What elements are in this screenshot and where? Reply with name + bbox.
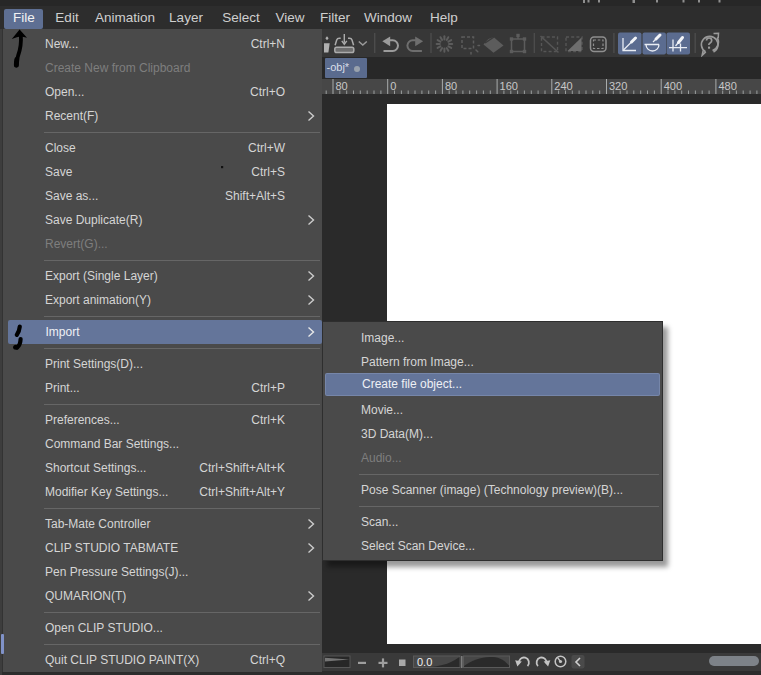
svg-text:320: 320 xyxy=(609,80,627,92)
svg-text:0: 0 xyxy=(390,80,396,92)
svg-text:160: 160 xyxy=(500,80,518,92)
svg-text:480: 480 xyxy=(718,80,736,92)
svg-text:400: 400 xyxy=(664,80,682,92)
svg-text:240: 240 xyxy=(554,80,572,92)
svg-text:0.0: 0.0 xyxy=(417,656,432,668)
svg-text:80: 80 xyxy=(445,80,457,92)
svg-text:80: 80 xyxy=(336,80,348,92)
